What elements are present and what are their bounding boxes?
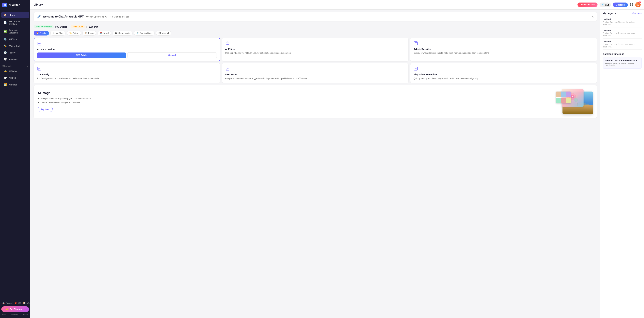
clock-tab-icon: ⏳ <box>136 32 139 34</box>
article-generated-badge: Article Generated <box>34 25 54 28</box>
sidebar-item-ai-image[interactable]: 🖼️ AI Image <box>1 81 29 88</box>
chat-icon: 💬 <box>4 76 7 79</box>
ai-editor-title: AI Editor <box>225 48 406 50</box>
sidebar: AI Writer 🏠 Library 📄 SEO Article Creati… <box>0 0 30 318</box>
sidebar-item-ai-chat[interactable]: 💬 AI Chat <box>1 75 29 81</box>
essay-tab-icon: 📋 <box>85 32 88 34</box>
earn-link[interactable]: Earn <box>2 314 6 316</box>
card-article-creation[interactable]: Article Creation SEO Article General <box>34 38 220 61</box>
time-saved-value: 1005 min <box>88 25 98 28</box>
tab-article[interactable]: ✏️ Article <box>67 31 81 35</box>
avatar-badge: x1 <box>638 1 641 3</box>
sidebar-item-history[interactable]: 🕐 History <box>1 49 29 56</box>
feedback-link[interactable]: Feedback <box>10 314 18 316</box>
discord-link[interactable]: Discord <box>22 314 28 316</box>
welcome-subtitle: Unlock OpenAI o1, GPT-4o, Claude-3.5, et… <box>86 15 590 18</box>
seo-article-button[interactable]: SEO Article <box>37 52 126 58</box>
my-projects-title: My projects <box>603 12 616 15</box>
welcome-banner: 🖊️ Welcome to ChatArt Article GPT! Unloc… <box>34 12 597 21</box>
apple-icon: 🍎 <box>14 302 17 304</box>
common-functions-header: Common functions <box>603 53 642 55</box>
grid-tab-icon: 🔲 <box>158 32 161 34</box>
svg-point-9 <box>227 43 228 44</box>
sidebar-footer: 🤖 Android 🍎 iOS 🪟 Win 👑 Get Diamonds Ear… <box>0 299 30 318</box>
tab-popular[interactable]: 🔥 Popular <box>34 31 49 35</box>
seo-score-desc: Analyze your content and get suggestions… <box>225 77 406 80</box>
welcome-title: Welcome to ChatArt Article GPT! <box>42 15 84 18</box>
novel-tab-icon: 📚 <box>100 32 102 34</box>
article-rewriter-icon <box>414 41 594 46</box>
sidebar-item-seo-article[interactable]: 📄 SEO Article Creation <box>1 18 29 27</box>
svg-rect-1 <box>5 4 6 5</box>
main-content: Library UP TO 50% OFF 💎 314 Upgrade A x1… <box>30 0 644 318</box>
tab-ai-chat[interactable]: 💬 AI Chat <box>50 31 66 35</box>
time-saved-stat: Time Saved ℹ 1005 min <box>70 25 98 28</box>
svg-rect-23 <box>414 67 418 70</box>
tab-social-media[interactable]: 🎬 Social Media <box>112 31 132 35</box>
app-logo[interactable]: AI Writer <box>0 0 30 10</box>
pencil-icon: ✏️ <box>4 44 7 47</box>
function-card-product-desc[interactable]: Product Description Generator Help you g… <box>603 57 642 69</box>
try-now-button[interactable]: Try Now <box>38 107 53 112</box>
svg-point-24 <box>415 68 416 69</box>
card-seo-score[interactable]: SEO Score Analyze your content and get s… <box>222 63 408 83</box>
ai-editor-desc: One-stop AI editor for AI touch-ups, AI … <box>225 51 406 54</box>
article-rewriter-desc: Quickly rewrite articles or links to mak… <box>414 51 594 54</box>
article-generated-stat: Article Generated 335 articles <box>34 25 67 28</box>
discount-badge[interactable]: UP TO 50% OFF <box>578 2 598 7</box>
sidebar-item-library[interactable]: 🏠 Library <box>1 12 29 18</box>
sidebar-item-ai-writer[interactable]: ✍️ AI Writer <box>1 68 29 74</box>
tab-view-all[interactable]: 🔲 View all <box>156 31 171 35</box>
social-tab-icon: 🎬 <box>115 32 118 34</box>
tab-coming-soon[interactable]: ⏳ Coming Soon <box>134 31 154 35</box>
write-icon: ✍️ <box>4 70 7 73</box>
diamonds-display[interactable]: 💎 314 <box>600 2 611 7</box>
avatar[interactable]: A x1 <box>635 2 641 7</box>
svg-rect-3 <box>5 5 6 6</box>
card-ai-editor[interactable]: AI Editor One-stop AI editor for AI touc… <box>222 38 408 61</box>
common-functions-title: Common functions <box>603 53 624 55</box>
sidebar-nav: 🏠 Library 📄 SEO Article Creation ✅ Bypas… <box>0 10 30 299</box>
header-right: UP TO 50% OFF 💎 314 Upgrade A x1 <box>578 2 641 7</box>
plagiarism-desc: Quickly identify and detect plagiarism i… <box>414 77 594 80</box>
windows-icon: 🪟 <box>23 302 26 304</box>
chevron-down-icon[interactable]: ▾ <box>27 65 28 67</box>
svg-point-38 <box>574 98 578 102</box>
chat-tab-icon: 💬 <box>53 32 56 34</box>
sidebar-item-bypass-ai[interactable]: ✅ Bypass AI Detection <box>1 27 29 36</box>
svg-rect-2 <box>4 5 4 6</box>
card-plagiarism[interactable]: Plagiarism Detection Quickly identify an… <box>410 63 597 83</box>
card-grammarly[interactable]: Grammarly Proofread grammar and spelling… <box>34 63 220 83</box>
other-tools-section: Other tools ▾ <box>0 63 30 68</box>
close-button[interactable]: ✕ <box>592 15 594 18</box>
get-diamonds-button[interactable]: 👑 Get Diamonds <box>1 307 29 312</box>
diamond-icon: 💎 <box>602 3 604 6</box>
view-more-link[interactable]: View more <box>632 12 642 14</box>
project-item-1[interactable]: Untitled Product Overview:Discover the p… <box>603 16 642 27</box>
general-button[interactable]: General <box>127 52 216 58</box>
grid-icon[interactable] <box>630 3 633 6</box>
grammarly-title: Grammarly <box>37 73 217 76</box>
android-icon[interactable]: 🤖 <box>2 302 5 304</box>
svg-point-40 <box>572 96 574 97</box>
time-saved-badge: Time Saved <box>70 25 85 28</box>
tool-cards-grid: Article Creation SEO Article General <box>34 38 597 83</box>
tab-essay[interactable]: 📋 Essay <box>82 31 96 35</box>
seo-score-title: SEO Score <box>225 73 406 76</box>
ai-image-features: Multiple styles of AI painting, your cre… <box>38 97 556 104</box>
tab-novel[interactable]: 📚 Novel <box>98 31 111 35</box>
sidebar-item-favorites[interactable]: 🤍 Favorites <box>1 56 29 63</box>
grammarly-icon <box>37 66 217 71</box>
projects-section-header: My projects View more <box>603 12 642 15</box>
pencil-emoji: 🖊️ <box>37 15 41 19</box>
sidebar-item-ai-editor[interactable]: ⚙️ AI Editor <box>1 36 29 42</box>
sidebar-item-writing-tools[interactable]: ✏️ Writing Tools <box>1 43 29 49</box>
info-icon[interactable]: ℹ <box>86 25 87 28</box>
upgrade-button[interactable]: Upgrade <box>613 2 628 7</box>
card-article-rewriter[interactable]: Article Rewriter Quickly rewrite article… <box>410 38 597 61</box>
project-item-2[interactable]: Untitled Product Overview:Transform your… <box>603 27 642 38</box>
filter-tabs: 🔥 Popular 💬 AI Chat ✏️ Article 📋 Essay 📚 <box>34 31 597 35</box>
project-item-3[interactable]: Untitled Product Overview:Elevate your p… <box>603 38 642 50</box>
grammarly-desc: Proofread grammar and spelling errors to… <box>37 77 217 80</box>
page-title: Library <box>34 3 43 6</box>
